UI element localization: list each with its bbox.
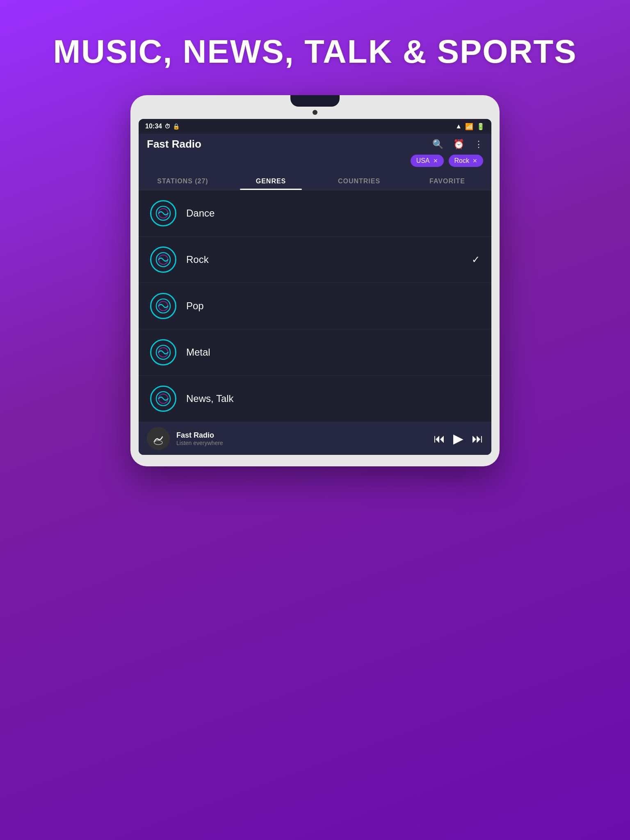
player-controls: ⏮ ▶ ⏭ [434, 431, 483, 446]
tablet-camera [313, 110, 317, 115]
wifi-icon: ▲ [455, 123, 462, 130]
genre-name-news-talk: News, Talk [186, 393, 234, 404]
genre-icon-rock [150, 247, 176, 273]
rock-chip-label: Rock [454, 157, 469, 164]
tab-countries[interactable]: COUNTRIES [315, 171, 403, 190]
player-forward-button[interactable]: ⏭ [472, 432, 483, 445]
time-label: 10:34 [145, 123, 162, 130]
status-time: 10:34 ⏱ 🔒 [145, 123, 180, 130]
player-subtitle: Listen everywhere [176, 440, 427, 446]
genre-icon-pop [150, 293, 176, 319]
genre-item-dance[interactable]: Dance [139, 190, 491, 237]
player-title: Fast Radio [176, 431, 427, 440]
rock-chip[interactable]: Rock ✕ [449, 155, 483, 167]
filter-chips-row: USA ✕ Rock ✕ [147, 155, 483, 167]
usa-chip-remove[interactable]: ✕ [433, 158, 438, 164]
tablet-device: 10:34 ⏱ 🔒 ▲ 📶 🔋 Fast Radio 🔍 ⏰ ⋮ [130, 95, 500, 466]
usa-chip[interactable]: USA ✕ [411, 155, 444, 167]
tab-countries-label: COUNTRIES [338, 178, 380, 185]
tab-genres-label: GENRES [256, 178, 286, 185]
rock-chip-remove[interactable]: ✕ [472, 158, 477, 164]
genre-icon-metal [150, 339, 176, 365]
signal-icon: 📶 [465, 123, 473, 130]
genre-name-pop: Pop [186, 300, 204, 312]
usa-chip-label: USA [416, 157, 430, 164]
genre-item-metal[interactable]: Metal [139, 329, 491, 376]
bottom-player: Fast Radio Listen everywhere ⏮ ▶ ⏭ [139, 422, 491, 455]
tab-favorite-label: FAVORITE [429, 178, 465, 185]
tablet-notch [290, 95, 340, 107]
app-bar: Fast Radio 🔍 ⏰ ⋮ USA ✕ Rock ✕ [139, 134, 491, 171]
lock-icon: 🔒 [173, 123, 180, 130]
tablet-top [139, 107, 491, 115]
app-bar-row1: Fast Radio 🔍 ⏰ ⋮ [147, 138, 483, 151]
clock-icon: ⏱ [164, 123, 170, 130]
tabs-row: STATIONS (27) GENRES COUNTRIES FAVORITE [139, 171, 491, 190]
tablet-screen: 10:34 ⏱ 🔒 ▲ 📶 🔋 Fast Radio 🔍 ⏰ ⋮ [139, 119, 491, 455]
genre-name-metal: Metal [186, 347, 210, 358]
status-icons: ▲ 📶 🔋 [455, 123, 485, 130]
genre-icon-news-talk [150, 386, 176, 412]
search-icon[interactable]: 🔍 [432, 139, 443, 150]
app-title: Fast Radio [147, 138, 201, 151]
app-bar-icons: 🔍 ⏰ ⋮ [432, 139, 483, 150]
tab-favorite[interactable]: FAVORITE [403, 171, 491, 190]
player-icon [147, 427, 170, 450]
alarm-icon[interactable]: ⏰ [453, 139, 464, 150]
player-info: Fast Radio Listen everywhere [176, 431, 427, 446]
genre-item-rock[interactable]: Rock ✓ [139, 237, 491, 283]
tab-stations[interactable]: STATIONS (27) [139, 171, 227, 190]
player-rewind-button[interactable]: ⏮ [434, 432, 445, 445]
status-bar: 10:34 ⏱ 🔒 ▲ 📶 🔋 [139, 119, 491, 134]
player-play-button[interactable]: ▶ [453, 431, 463, 446]
genre-item-news-talk[interactable]: News, Talk [139, 376, 491, 422]
headline: MUSIC, NEWS, TALK & SPORTS [53, 33, 577, 71]
battery-icon: 🔋 [477, 123, 485, 130]
svg-point-10 [150, 430, 167, 447]
genre-item-pop[interactable]: Pop [139, 283, 491, 329]
genre-name-rock: Rock [186, 254, 209, 265]
genre-icon-dance [150, 200, 176, 226]
rock-selected-check: ✓ [472, 254, 480, 265]
genre-name-dance: Dance [186, 208, 215, 219]
tab-genres[interactable]: GENRES [227, 171, 315, 190]
more-icon[interactable]: ⋮ [474, 139, 483, 150]
tab-stations-label: STATIONS (27) [157, 178, 208, 185]
genre-list: Dance Rock ✓ [139, 190, 491, 422]
